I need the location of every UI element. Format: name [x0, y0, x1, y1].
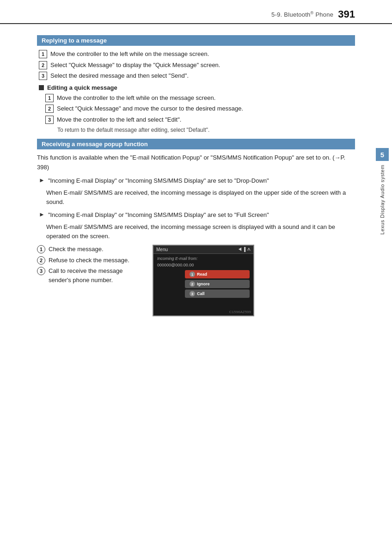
sidebar-chapter-number: 5 — [376, 148, 389, 161]
page-number: 391 — [338, 8, 355, 20]
screen-buttons: 1 Read 2 Ignore 3 Call — [185, 270, 250, 298]
screen-image: Menu ◀ ▐ ᗑ Incoming E-mail from: 000000@… — [153, 245, 254, 316]
main-content: Replying to a message 1 Move the control… — [0, 24, 392, 326]
editing-subsection-header: Editing a quick message — [37, 84, 355, 91]
replying-steps: 1 Move the controller to the left while … — [37, 49, 355, 80]
screen-btn-num-1: 1 — [190, 271, 195, 277]
bullet-item-1: ► "Incoming E-mail Display" or "Incoming… — [37, 176, 355, 185]
bullet-arrow-icon-1: ► — [39, 177, 45, 184]
editing-steps: 1 Move the controller to the left while … — [45, 93, 355, 124]
receiving-body-1: This function is available when the "E-m… — [37, 153, 355, 173]
subsection-title: Editing a quick message — [47, 84, 117, 91]
sub-step-text-2: Select "Quick Message" and move the curs… — [57, 104, 243, 113]
sub-step-num-3: 3 — [45, 116, 54, 124]
step-item: 1 Move the controller to the left while … — [37, 49, 355, 59]
screen-menu-title: Menu — [156, 247, 168, 252]
screen-ignore-label: Ignore — [197, 282, 210, 286]
step-text-1: Move the controller to the left while on… — [50, 49, 209, 59]
bullet-item-2: ► "Incoming E-mail Display" or "Incoming… — [37, 210, 355, 220]
step-num-3: 3 — [39, 72, 47, 80]
screen-sender: 000000@000.00.00 — [157, 263, 250, 267]
screen-image-container: Menu ◀ ▐ ᗑ Incoming E-mail from: 000000@… — [153, 245, 254, 316]
circle-step-item-2: 2 Refuse to check the message. — [37, 256, 143, 265]
step-item: 3 Select the desired message and then se… — [37, 71, 355, 80]
page-header: 5-9. Bluetooth® Phone 391 — [0, 0, 392, 24]
screen-call-label: Call — [197, 291, 205, 296]
step-item: 2 Select "Quick Message" to display the … — [37, 61, 355, 70]
screen-body: Incoming E-mail from: 000000@000.00.00 1… — [153, 254, 253, 300]
screen-email-label: Incoming E-mail from: — [157, 256, 250, 261]
sub-step-num-2: 2 — [45, 105, 54, 113]
screen-btn-num-3: 3 — [190, 291, 195, 296]
page-container: 5-9. Bluetooth® Phone 391 Replying to a … — [0, 0, 392, 555]
sidebar: 5 Lexus Display Audio system — [373, 0, 392, 555]
step-num-2: 2 — [39, 61, 47, 69]
bullet-sub-text-1: When E-mail/ SMS/MMS are received, the i… — [46, 188, 355, 207]
subsection-square-icon — [39, 85, 44, 90]
bullet-text-2: "Incoming E-mail Display" or "Incoming S… — [48, 210, 269, 220]
sub-step-item: 3 Move the controller to the left and se… — [45, 115, 355, 124]
sub-step-num-1: 1 — [45, 94, 54, 102]
step-text-2: Select "Quick Message" to display the "Q… — [50, 61, 220, 70]
screen-call-button[interactable]: 3 Call — [185, 290, 250, 298]
sidebar-label: Lexus Display Audio system — [380, 165, 385, 234]
sub-step-item: 1 Move the controller to the left while … — [45, 93, 355, 103]
replying-section-header: Replying to a message — [37, 35, 355, 46]
bullet-text-1: "Incoming E-mail Display" or "Incoming S… — [48, 176, 269, 185]
screen-code: C1596AZ599 — [229, 310, 251, 314]
step-num-1: 1 — [39, 50, 47, 58]
receiving-section-header: Receiving a message popup function — [37, 139, 355, 149]
sub-step-text-3: Move the controller to the left and sele… — [57, 115, 181, 124]
screen-status-icons: ◀ ▐ ᗑ — [238, 247, 251, 252]
circle-num-2: 2 — [37, 256, 45, 265]
circle-step-list: 1 Check the message. 2 Refuse to check t… — [37, 245, 143, 284]
bottom-section: 1 Check the message. 2 Refuse to check t… — [37, 245, 355, 316]
circle-num-1: 1 — [37, 245, 45, 253]
screen-btn-num-2: 2 — [190, 281, 195, 287]
sub-step-item: 2 Select "Quick Message" and move the cu… — [45, 104, 355, 113]
screen-ignore-button[interactable]: 2 Ignore — [185, 280, 250, 288]
screen-read-button[interactable]: 1 Read — [185, 270, 250, 278]
sub-step-text-1: Move the controller to the left while on… — [57, 93, 215, 103]
circle-step-item-3: 3 Call to receive the message sender's p… — [37, 266, 143, 284]
screen-read-label: Read — [197, 272, 207, 277]
circle-step-text-2: Refuse to check the message. — [49, 256, 129, 265]
page-title: 5-9. Bluetooth® Phone — [271, 11, 333, 18]
screen-title-bar: Menu ◀ ▐ ᗑ — [153, 246, 253, 254]
editing-note: To return to the default message after e… — [57, 126, 355, 134]
bullet-sub-text-2: When E-mail/ SMS/MMS are received, the i… — [46, 222, 355, 241]
circle-steps-container: 1 Check the message. 2 Refuse to check t… — [37, 245, 143, 286]
step-text-3: Select the desired message and then sele… — [50, 71, 189, 80]
circle-step-text-3: Call to receive the message sender's pho… — [49, 266, 143, 284]
circle-step-text-1: Check the message. — [49, 245, 104, 254]
bullet-arrow-icon-2: ► — [39, 211, 45, 218]
circle-num-3: 3 — [37, 267, 45, 275]
circle-step-item-1: 1 Check the message. — [37, 245, 143, 254]
